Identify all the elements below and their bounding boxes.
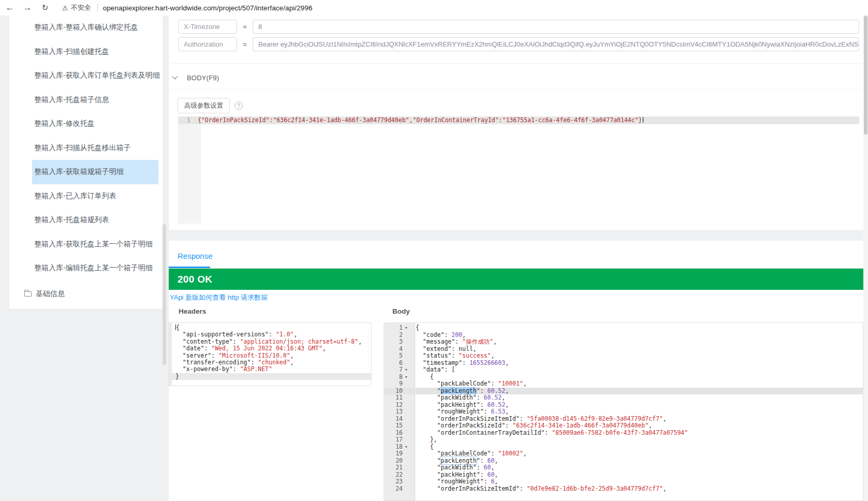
- code-token: 60: [488, 457, 495, 464]
- code-line[interactable]: 24 "orderInPackSizeItemId": "0d7e9e82-1d…: [384, 485, 863, 493]
- sidebar-item[interactable]: 整箱入库-获取入库订单托盘列表及明细: [9, 64, 163, 88]
- code-token: ,: [494, 457, 498, 464]
- sidebar-item[interactable]: 整箱入库-获取托盘上某一个箱子明细: [9, 232, 163, 257]
- code-line[interactable]: 1 {"OrderInPackSizeId":"636c2f14-341e-1a…: [178, 116, 859, 124]
- tab-response[interactable]: Response: [178, 252, 213, 260]
- reload-icon[interactable]: ↻: [39, 3, 51, 12]
- param-value-input[interactable]: 8: [253, 20, 859, 34]
- code-token: [416, 429, 437, 436]
- code-line[interactable]: 3 "message": "操作成功",: [384, 338, 863, 346]
- code-line[interactable]: 10 "packLength": 60.52,: [384, 388, 863, 395]
- page-background: 整箱入库-整箱入库确认绑定托盘整箱入库-扫描创建托盘整箱入库-获取入库订单托盘列…: [0, 16, 868, 501]
- yapi-help-link[interactable]: YApi 新版如何查看 http 请求数据: [170, 293, 268, 302]
- sidebar-item-label: 整箱入库-已入库订单列表: [34, 191, 116, 201]
- code-line[interactable]: 4 "extend": null,: [384, 346, 863, 353]
- code-line[interactable]: 23 "roughWeight": 6,: [384, 478, 863, 485]
- code-token: [416, 415, 437, 422]
- sidebar-item[interactable]: 整箱入库-已入库订单列表: [9, 184, 163, 209]
- content-scrollbar-thumb[interactable]: [163, 224, 166, 365]
- code-line[interactable]: 14 "orderInPackSizeItemId": "5fa00038-d1…: [384, 416, 863, 423]
- sidebar-item[interactable]: 整箱入库-托盘箱规列表: [9, 208, 163, 232]
- code-line[interactable]: 19 "packLabelCode": "10002",: [384, 450, 863, 458]
- code-line[interactable]: 1▾{: [384, 325, 863, 332]
- fold-icon[interactable]: ▾: [403, 374, 415, 381]
- code-token: "1.0": [276, 331, 294, 338]
- code-content: },: [415, 436, 437, 444]
- code-line[interactable]: 15 "orderInPackSizeId": "636c2f14-341e-1…: [384, 422, 863, 430]
- code-token: },: [416, 436, 437, 443]
- code-line[interactable]: }: [169, 373, 371, 380]
- code-line[interactable]: 11 "packWidth": 60.52,: [384, 394, 863, 402]
- body-section-toggle[interactable]: BODY(F9): [173, 69, 219, 86]
- code-content: "packWidth": 60.52,: [415, 394, 505, 402]
- code-content: "message": "操作成功",: [415, 338, 497, 346]
- code-line[interactable]: 5 "status": "success",: [384, 352, 863, 360]
- sidebar-item[interactable]: 整箱入库-修改托盘: [9, 112, 163, 136]
- code-token: 200: [451, 331, 462, 338]
- code-line[interactable]: 20 "packLength": 60,: [384, 458, 863, 465]
- sidebar-item-label: 整箱入库-编辑托盘上某一个箱子明细: [34, 263, 153, 273]
- code-line[interactable]: "date": "Wed, 15 Jun 2022 04:16:43 GMT",: [169, 345, 371, 352]
- address-bar-url[interactable]: openapiexplorer.hart-worldwide.com/proje…: [103, 4, 313, 12]
- code-line[interactable]: "content-type": "application/json; chars…: [169, 338, 371, 345]
- param-value-input[interactable]: Bearer eyJhbGciOiJSUzI1NiIsImtpZCI6IndJQ…: [253, 37, 859, 51]
- security-warning-icon[interactable]: ⚠: [62, 4, 68, 12]
- sidebar-item-highlight: 整箱入库-已入库订单列表: [32, 184, 158, 209]
- code-line[interactable]: 17 },: [384, 436, 863, 444]
- forward-icon[interactable]: →: [22, 3, 33, 13]
- sidebar-item[interactable]: 整箱入库-获取箱规箱子明细: [9, 160, 163, 184]
- back-icon[interactable]: ←: [4, 3, 16, 13]
- request-params: X-Timezone=8Authorization=Bearer eyJhbGc…: [178, 20, 859, 55]
- code-line[interactable]: 8▾ {: [384, 374, 863, 381]
- advanced-params-button[interactable]: 高级参数设置: [178, 98, 230, 113]
- param-key-input[interactable]: X-Timezone: [178, 20, 237, 34]
- code-token: :: [520, 485, 527, 492]
- response-headers-viewer[interactable]: { "api-supported-versions": "1.0", "cont…: [169, 322, 372, 386]
- security-label[interactable]: 不安全: [71, 3, 91, 12]
- sidebar-item[interactable]: 整箱入库-扫描从托盘移出箱子: [9, 136, 163, 160]
- code-line[interactable]: 18▾ {: [384, 444, 863, 451]
- param-key-input[interactable]: Authorization: [178, 37, 237, 51]
- code-token: ": [477, 457, 480, 464]
- fold-icon[interactable]: ▾: [403, 366, 415, 374]
- fold-icon[interactable]: ▾: [403, 325, 415, 332]
- sidebar-item[interactable]: 整箱入库-托盘箱子信息: [9, 88, 163, 112]
- code-line[interactable]: "transfer-encoding": "chunked",: [169, 359, 371, 366]
- sidebar-item[interactable]: 整箱入库-整箱入库确认绑定托盘: [9, 16, 163, 40]
- code-token: [175, 338, 183, 345]
- sidebar-item-basic-info[interactable]: 基础信息: [9, 288, 163, 300]
- code-token: null: [459, 345, 473, 352]
- code-line[interactable]: 16 "orderInContainerTrayDetailId": "8500…: [384, 430, 863, 437]
- code-line[interactable]: 2 "code": 200,: [384, 332, 863, 339]
- code-line[interactable]: "server": "Microsoft-IIS/10.0",: [169, 352, 371, 359]
- code-line[interactable]: 9 "packLabelCode": "10001",: [384, 380, 863, 388]
- request-body-editor[interactable]: 1 {"OrderInPackSizeId":"636c2f14-341e-1a…: [178, 116, 859, 224]
- code-token: :: [477, 464, 484, 471]
- code-line[interactable]: "api-supported-versions": "1.0",: [169, 331, 371, 338]
- fold-icon[interactable]: ▾: [403, 444, 415, 451]
- fold-spacer: [403, 430, 415, 437]
- code-line[interactable]: "x-powered-by": "ASP.NET": [169, 366, 371, 373]
- code-line[interactable]: 6 "timestamp": 1655266603,: [384, 360, 863, 367]
- code-token: [416, 450, 437, 457]
- code-line[interactable]: 12 "packHeight": 60.52,: [384, 402, 863, 409]
- sidebar-item[interactable]: 整箱入库-编辑托盘上某一个箱子明细: [9, 256, 163, 281]
- line-number: 22: [384, 471, 403, 479]
- code-token: ,: [502, 394, 505, 401]
- code-token: :: [480, 457, 488, 464]
- window-scrollbar[interactable]: [863, 16, 868, 501]
- code-line[interactable]: 7▾ "data": [: [384, 366, 863, 374]
- code-line[interactable]: 13 "roughWeight": 6.53,: [384, 408, 863, 416]
- sidebar-item[interactable]: 整箱入库-扫描创建托盘: [9, 40, 163, 64]
- code-token: "content-type": [183, 338, 233, 345]
- code-line[interactable]: 21 "packWidth": 60,: [384, 464, 863, 471]
- code-token: ,: [505, 408, 509, 415]
- window-scrollbar-thumb[interactable]: [864, 16, 867, 135]
- code-line[interactable]: 22 "packHeight": 60,: [384, 471, 863, 479]
- code-line[interactable]: {: [169, 325, 371, 331]
- response-body-viewer[interactable]: 1▾{2 "code": 200,3 "message": "操作成功",4 "…: [384, 322, 863, 501]
- header-param-row: X-Timezone=8: [178, 20, 859, 34]
- fold-spacer: [403, 416, 415, 423]
- code-token: :: [484, 408, 491, 415]
- help-icon[interactable]: ?: [234, 101, 243, 110]
